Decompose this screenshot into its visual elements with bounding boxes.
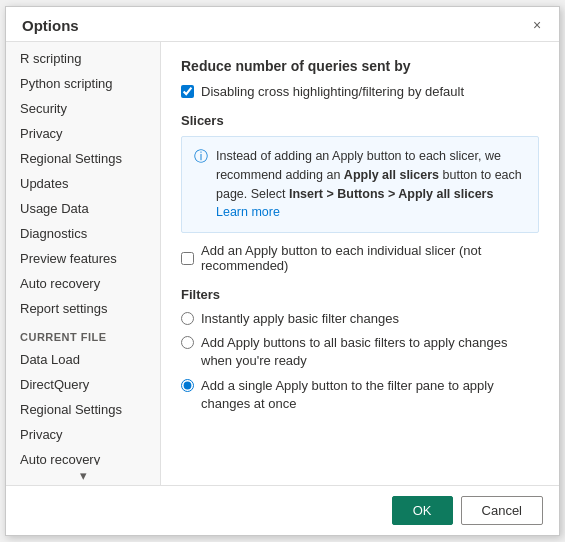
- slicers-info-text: Instead of adding an Apply button to eac…: [216, 147, 526, 222]
- chevron-down-icon: ▾: [80, 468, 87, 483]
- sidebar-item-preview-features[interactable]: Preview features: [6, 246, 160, 271]
- filter-add-apply-radio[interactable]: [181, 336, 194, 349]
- slicers-info-box: ⓘ Instead of adding an Apply button to e…: [181, 136, 539, 233]
- sidebar: R scripting Python scripting Security Pr…: [6, 42, 161, 485]
- dialog-footer: OK Cancel: [6, 485, 559, 535]
- sidebar-item-data-load[interactable]: Data Load: [6, 347, 160, 372]
- apply-button-row: Add an Apply button to each individual s…: [181, 243, 539, 273]
- sidebar-scroll[interactable]: R scripting Python scripting Security Pr…: [6, 42, 160, 465]
- sidebar-item-privacy-cf[interactable]: Privacy: [6, 422, 160, 447]
- learn-more-link[interactable]: Learn more: [216, 205, 280, 219]
- close-icon: ×: [533, 17, 541, 33]
- sidebar-item-report-settings[interactable]: Report settings: [6, 296, 160, 321]
- dialog-titlebar: Options ×: [6, 7, 559, 42]
- slicers-title: Slicers: [181, 113, 539, 128]
- sidebar-section-current-file: CURRENT FILE: [6, 321, 160, 347]
- filter-add-apply-row: Add Apply buttons to all basic filters t…: [181, 334, 539, 370]
- sidebar-item-r-scripting[interactable]: R scripting: [6, 46, 160, 71]
- filter-instant-label[interactable]: Instantly apply basic filter changes: [201, 310, 399, 328]
- dialog-body: R scripting Python scripting Security Pr…: [6, 42, 559, 485]
- sidebar-item-diagnostics[interactable]: Diagnostics: [6, 221, 160, 246]
- cross-highlight-row: Disabling cross highlighting/filtering b…: [181, 84, 539, 99]
- filter-add-apply-label[interactable]: Add Apply buttons to all basic filters t…: [201, 334, 539, 370]
- sidebar-item-python-scripting[interactable]: Python scripting: [6, 71, 160, 96]
- sidebar-item-privacy[interactable]: Privacy: [6, 121, 160, 146]
- filter-instant-row: Instantly apply basic filter changes: [181, 310, 539, 328]
- apply-button-label[interactable]: Add an Apply button to each individual s…: [201, 243, 539, 273]
- cross-highlight-label[interactable]: Disabling cross highlighting/filtering b…: [201, 84, 464, 99]
- sidebar-item-auto-recovery-cf[interactable]: Auto recovery: [6, 447, 160, 465]
- sidebar-item-auto-recovery[interactable]: Auto recovery: [6, 271, 160, 296]
- main-content: Reduce number of queries sent by Disabli…: [161, 42, 559, 485]
- options-dialog: Options × R scripting Python scripting S…: [5, 6, 560, 536]
- sidebar-item-updates[interactable]: Updates: [6, 171, 160, 196]
- filter-single-apply-row: Add a single Apply button to the filter …: [181, 377, 539, 413]
- cross-highlight-checkbox[interactable]: [181, 85, 194, 98]
- filters-title: Filters: [181, 287, 539, 302]
- page-title: Reduce number of queries sent by: [181, 58, 539, 74]
- filter-single-apply-radio[interactable]: [181, 379, 194, 392]
- sidebar-item-regional-settings[interactable]: Regional Settings: [6, 146, 160, 171]
- dialog-title: Options: [22, 17, 79, 34]
- sidebar-item-security[interactable]: Security: [6, 96, 160, 121]
- apply-button-checkbox[interactable]: [181, 252, 194, 265]
- filter-single-apply-label[interactable]: Add a single Apply button to the filter …: [201, 377, 539, 413]
- filter-instant-radio[interactable]: [181, 312, 194, 325]
- ok-button[interactable]: OK: [392, 496, 453, 525]
- cancel-button[interactable]: Cancel: [461, 496, 543, 525]
- close-button[interactable]: ×: [527, 15, 547, 35]
- sidebar-scroll-down-button[interactable]: ▾: [6, 465, 160, 485]
- info-icon: ⓘ: [194, 148, 208, 222]
- sidebar-item-directquery[interactable]: DirectQuery: [6, 372, 160, 397]
- sidebar-item-regional-settings-cf[interactable]: Regional Settings: [6, 397, 160, 422]
- sidebar-item-usage-data[interactable]: Usage Data: [6, 196, 160, 221]
